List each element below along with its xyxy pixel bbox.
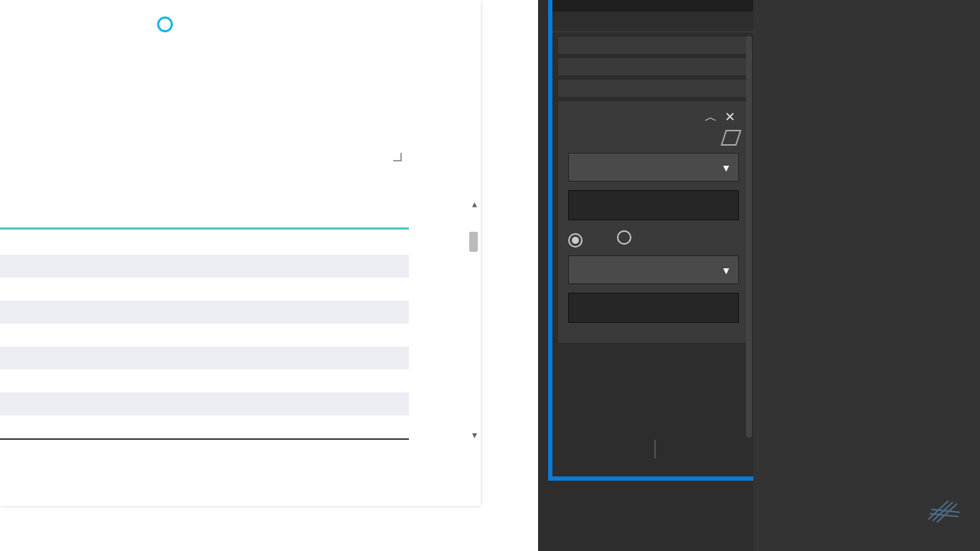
table-row[interactable] [0,347,409,369]
table-row[interactable] [0,369,409,392]
filter-card[interactable] [558,58,749,75]
x-axis [1,103,401,125]
filter-card-expanded: ︿ ✕ ▼ ▼ [558,101,749,343]
chevron-down-icon: ▼ [721,162,731,174]
svg-line-0 [928,501,948,519]
radio-icon [568,233,583,248]
page-surface: ▴ ▾ [0,0,481,506]
fields-pane [753,0,980,551]
value-input[interactable] [568,190,739,220]
svg-line-2 [937,504,957,522]
table-row[interactable] [0,324,409,347]
close-icon[interactable]: ✕ [720,109,739,125]
eraser-icon[interactable] [720,130,741,146]
logic-and-radio[interactable] [568,231,588,248]
table-row[interactable] [0,415,409,438]
svg-line-1 [933,502,953,521]
scatter-visual[interactable] [0,0,402,161]
filter-card[interactable] [558,37,749,54]
filters-pane: ︿ ✕ ▼ ▼ [538,0,753,551]
table-row[interactable] [0,278,409,301]
svg-line-4 [930,514,958,517]
filters-scrollbar[interactable] [746,36,752,438]
radio-icon [617,230,631,245]
chevron-down-icon: ▼ [721,265,731,276]
chevron-up-icon[interactable]: ︿ [702,108,720,126]
watermark-icon [924,496,967,525]
filters-highlight: ︿ ✕ ▼ ▼ [548,0,753,481]
operator-select[interactable]: ▼ [568,153,739,182]
table-row[interactable] [0,392,409,415]
svg-line-3 [931,509,960,512]
table-row[interactable] [0,232,409,255]
table-totals [0,438,409,463]
table-body [0,232,409,438]
logic-or-radio[interactable] [617,230,637,248]
scroll-down-icon[interactable]: ▾ [468,428,481,441]
data-point[interactable] [157,17,173,32]
table-row[interactable] [0,255,409,278]
table-header [0,197,409,230]
report-canvas: ▴ ▾ [0,0,538,551]
text-cursor-icon [654,440,656,458]
scroll-thumb[interactable] [469,232,478,252]
table-scrollbar[interactable]: ▴ ▾ [468,197,481,441]
value2-input[interactable] [568,293,739,323]
filters-title [552,0,753,11]
visual-filters-heading [552,11,753,32]
operator2-select[interactable]: ▼ [568,255,739,284]
table-row[interactable] [0,301,409,324]
scroll-up-icon[interactable]: ▴ [468,197,481,210]
filter-card[interactable] [558,80,749,97]
table-visual[interactable] [0,197,409,484]
